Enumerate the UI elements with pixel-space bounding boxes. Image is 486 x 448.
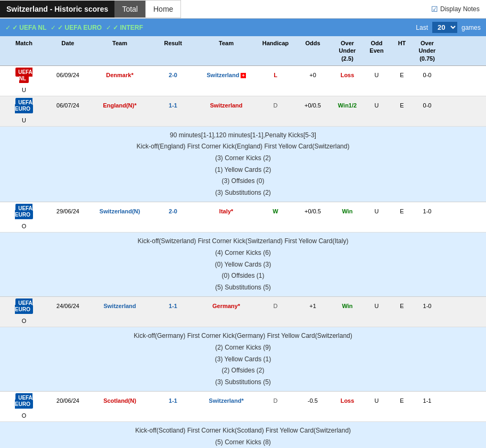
col-handicap: Handicap — [258, 38, 293, 63]
match-over-under: U — [362, 395, 391, 406]
col-result: Result — [152, 38, 194, 63]
col-over-under: Over Under (2.5) — [333, 38, 362, 63]
team2-name[interactable]: Switzerland — [194, 99, 258, 111]
match-over-under: U — [362, 300, 391, 312]
team2-name[interactable]: Switzerland* — [194, 395, 258, 406]
detail-line: Kick-off(England) First Corner Kick(Engl… — [5, 141, 481, 153]
header: Switzerland - Historic scores Total Home… — [0, 0, 486, 19]
detail-line: (3) Offsides (0) — [5, 176, 481, 187]
detail-line: (0) Offsides (1) — [5, 270, 481, 282]
detail-line: (3) Substitutions (2) — [5, 187, 481, 199]
table-row[interactable]: UEFAEURO 29/06/24 Switzerland(N) 2-0 Ita… — [0, 202, 486, 233]
match-result[interactable]: 2-0 — [152, 205, 194, 217]
team1-name[interactable]: England(N)* — [88, 99, 152, 111]
match-ht: 1-0 — [413, 300, 442, 312]
games-label: games — [462, 24, 481, 31]
match-handicap: +1 — [293, 300, 333, 312]
match-ht: 1-1 — [413, 395, 442, 406]
table-row[interactable]: UEFAEURO 20/06/24 Scotland(N) 1-1 Switze… — [0, 392, 486, 422]
match-over-under2: O — [0, 315, 48, 327]
match-date: 06/09/24 — [48, 69, 88, 81]
column-headers: Match Date Team Result Team Handicap Odd… — [0, 36, 486, 66]
col-team1: Team — [88, 38, 152, 63]
detail-line: Kick-off(Scotland) First Corner Kick(Sco… — [5, 425, 481, 437]
match-odd-even: E — [391, 205, 413, 217]
match-odds: Loss — [333, 395, 362, 406]
check-interf: ✓ — [106, 24, 111, 31]
match-date: 29/06/24 — [48, 205, 88, 217]
match-over-under2: O — [0, 410, 48, 421]
col-odd-even: Odd Even — [362, 38, 391, 63]
match-result[interactable]: 1-1 — [152, 99, 194, 111]
table-row[interactable]: UEFAEURO 24/06/24 Switzerland 1-1 German… — [0, 297, 486, 327]
match-date: 24/06/24 — [48, 300, 88, 312]
display-notes[interactable]: ☑ Display Notes — [425, 1, 486, 18]
header-title: Switzerland - Historic scores — [0, 1, 114, 18]
team2-name[interactable]: Germany* — [194, 300, 258, 312]
competition-badge: UEFAEURO — [0, 96, 48, 114]
match-date: 20/06/24 — [48, 395, 88, 406]
last-label: Last — [416, 24, 428, 31]
match-outcome: W — [258, 205, 293, 217]
checkbox-icon[interactable]: ☑ — [431, 5, 438, 13]
table-row[interactable]: UEFAEURO 06/07/24 England(N)* 1-1 Switze… — [0, 96, 486, 127]
match-over-under: U — [362, 205, 391, 217]
match-handicap: +0/0.5 — [293, 205, 333, 217]
team1-name[interactable]: Switzerland(N) — [88, 205, 152, 217]
match-odds: Loss — [333, 69, 362, 81]
match-ht: 0-0 — [413, 69, 442, 81]
match-odd-even: E — [391, 99, 413, 111]
filter-interf[interactable]: ✓ ✓ INTERF — [106, 24, 143, 31]
match-odds: Win1/2 — [333, 99, 362, 111]
check-nl: ✓ — [5, 24, 11, 31]
detail-line: (1) Yellow Cards (2) — [5, 164, 481, 176]
competition-badge: UEFAEURO — [0, 297, 48, 315]
competition-badge: UEFAEURO — [0, 202, 48, 220]
filter-uefa-nl[interactable]: ✓ ✓ UEFA NL — [5, 24, 46, 31]
col-ht: HT — [391, 38, 413, 63]
match-ht: 0-0 — [413, 99, 442, 111]
match-odd-even: E — [391, 395, 413, 406]
match-handicap: +0 — [293, 69, 333, 81]
detail-row: Kick-off(Germany) First Corner Kick(Germ… — [0, 327, 486, 392]
match-result[interactable]: 1-1 — [152, 395, 194, 406]
detail-line: (0) Yellow Cards (3) — [5, 259, 481, 271]
tab-home[interactable]: Home — [145, 0, 181, 18]
detail-line: (5) Corner Kicks (8) — [5, 437, 481, 448]
detail-line: (3) Substitutions (5) — [5, 377, 481, 388]
matches-container: UEFANL 06/09/24 Denmark* 2-0 Switzerland… — [0, 66, 486, 448]
match-odds: Win — [333, 300, 362, 312]
team1-name[interactable]: Switzerland — [88, 300, 152, 312]
match-result[interactable]: 1-1 — [152, 300, 194, 312]
detail-line: Kick-off(Germany) First Corner Kick(Germ… — [5, 330, 481, 342]
table-row[interactable]: UEFANL 06/09/24 Denmark* 2-0 Switzerland… — [0, 66, 486, 96]
tab-total[interactable]: Total — [114, 1, 145, 18]
match-over-under: U — [362, 69, 391, 81]
competition-badge: UEFAEURO — [0, 392, 48, 410]
team1-name[interactable]: Scotland(N) — [88, 395, 152, 406]
games-count-select[interactable]: 20 10 30 50 — [432, 22, 457, 33]
filter-uefa-euro[interactable]: ✓ ✓ UEFA EURO — [51, 24, 102, 31]
team2-name[interactable]: Switzerland + — [194, 69, 258, 81]
detail-row: Kick-off(Switzerland) First Corner Kick(… — [0, 233, 486, 297]
team1-name[interactable]: Denmark* — [88, 69, 152, 81]
match-over-under: U — [362, 99, 391, 111]
match-odd-even: E — [391, 69, 413, 81]
col-odds: Odds — [293, 38, 333, 63]
match-odds: Win — [333, 205, 362, 217]
detail-line: (4) Corner Kicks (6) — [5, 247, 481, 259]
match-outcome: D — [258, 99, 293, 111]
team2-name[interactable]: Italy* — [194, 205, 258, 217]
detail-line: (2) Offsides (2) — [5, 365, 481, 377]
col-date: Date — [48, 38, 88, 63]
match-handicap: +0/0.5 — [293, 99, 333, 111]
match-result[interactable]: 2-0 — [152, 69, 194, 81]
match-ht: 1-0 — [413, 205, 442, 217]
match-outcome: D — [258, 300, 293, 312]
match-odd-even: E — [391, 300, 413, 312]
col-team2: Team — [194, 38, 258, 63]
detail-line: (3) Yellow Cards (1) — [5, 354, 481, 366]
detail-line: 90 minutes[1-1],120 minutes[1-1],Penalty… — [5, 130, 481, 142]
match-handicap: -0.5 — [293, 395, 333, 406]
competition-badge: UEFANL — [0, 66, 48, 84]
